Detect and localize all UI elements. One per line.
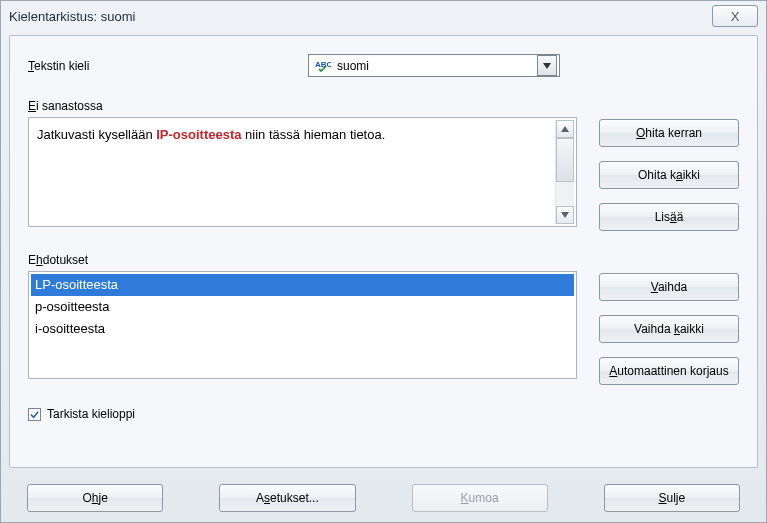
suggestions-listbox[interactable]: LP-osoitteesta p-osoitteesta i-osoittees… xyxy=(28,271,577,379)
context-textbox[interactable]: Jatkuvasti kysellään IP-osoitteesta niin… xyxy=(28,117,577,227)
settings-button[interactable]: Asetukset... xyxy=(219,484,355,512)
checkbox-checked-icon[interactable] xyxy=(28,408,41,421)
ignore-all-button[interactable]: Ohita kaikki xyxy=(599,161,739,189)
ignore-button-group: Ohita kerran Ohita kaikki Lisää xyxy=(599,117,739,231)
language-row: Tekstin kieli ABC suomi xyxy=(28,54,739,77)
change-all-button[interactable]: Vaihda kaikki xyxy=(599,315,739,343)
scroll-down-icon[interactable] xyxy=(556,206,574,224)
sentence-after: niin tässä hieman tietoa. xyxy=(241,127,385,142)
chevron-down-icon[interactable] xyxy=(537,55,557,76)
undo-button: Kumoa xyxy=(412,484,548,512)
help-button[interactable]: Ohje xyxy=(27,484,163,512)
footer-buttons: Ohje Asetukset... Kumoa Sulje xyxy=(9,484,758,512)
window-title: Kielentarkistus: suomi xyxy=(9,9,712,24)
list-item[interactable]: LP-osoitteesta xyxy=(31,274,574,296)
list-item[interactable]: i-osoitteesta xyxy=(31,318,574,340)
suggestions-label: Ehdotukset xyxy=(28,253,739,267)
change-button-group: Vaihda Vaihda kaikki Automaattinen korja… xyxy=(599,271,739,385)
language-label: Tekstin kieli xyxy=(28,59,308,73)
titlebar: Kielentarkistus: suomi X xyxy=(1,1,766,31)
misspelled-word: IP-osoitteesta xyxy=(156,127,241,142)
svg-text:ABC: ABC xyxy=(315,60,331,69)
content-area: Tekstin kieli ABC suomi Ei sanastossa xyxy=(9,35,758,468)
check-grammar-label: Tarkista kielioppi xyxy=(47,407,135,421)
add-button[interactable]: Lisää xyxy=(599,203,739,231)
not-in-dict-label: Ei sanastossa xyxy=(28,99,739,113)
scroll-up-icon[interactable] xyxy=(556,120,574,138)
svg-marker-3 xyxy=(561,212,569,218)
change-button[interactable]: Vaihda xyxy=(599,273,739,301)
spellcheck-icon: ABC xyxy=(315,58,331,74)
close-button[interactable]: Sulje xyxy=(604,484,740,512)
svg-marker-1 xyxy=(543,63,551,69)
check-grammar-row[interactable]: Tarkista kielioppi xyxy=(28,407,739,421)
sentence-before: Jatkuvasti kysellään xyxy=(37,127,156,142)
close-icon[interactable]: X xyxy=(712,5,758,27)
svg-marker-2 xyxy=(561,126,569,132)
list-item[interactable]: p-osoitteesta xyxy=(31,296,574,318)
scroll-track xyxy=(556,182,574,206)
language-value: suomi xyxy=(337,59,537,73)
ignore-once-button[interactable]: Ohita kerran xyxy=(599,119,739,147)
language-combo[interactable]: ABC suomi xyxy=(308,54,560,77)
textbox-scrollbar[interactable] xyxy=(555,120,574,224)
spellcheck-dialog: Kielentarkistus: suomi X Tekstin kieli A… xyxy=(0,0,767,523)
autocorrect-button[interactable]: Automaattinen korjaus xyxy=(599,357,739,385)
scroll-thumb[interactable] xyxy=(556,138,574,182)
